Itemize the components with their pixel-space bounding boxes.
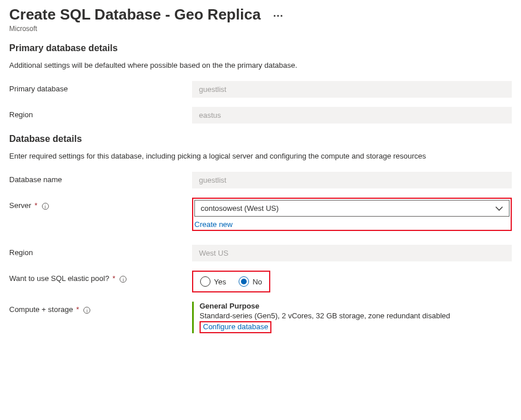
info-icon[interactable]: i (42, 203, 49, 210)
more-actions-button[interactable]: ··· (273, 10, 284, 22)
required-indicator: * (113, 274, 116, 283)
compute-storage-label: Compute + storage * i (9, 302, 192, 314)
database-name-value: guestlist (192, 172, 512, 188)
primary-database-label: Primary database (9, 81, 192, 93)
chevron-down-icon (495, 205, 503, 213)
info-icon[interactable]: i (120, 276, 127, 283)
server-highlight: contosowest (West US) Create new (192, 198, 512, 231)
primary-region-value: eastus (192, 107, 512, 124)
elastic-pool-label: Want to use SQL elastic pool? * i (9, 271, 192, 283)
elastic-yes-radio[interactable]: Yes (200, 276, 226, 287)
server-dropdown[interactable]: contosowest (West US) (194, 200, 509, 217)
required-indicator: * (35, 201, 37, 210)
elastic-no-radio[interactable]: No (239, 276, 262, 287)
required-indicator: * (76, 305, 79, 314)
elastic-no-label: No (252, 278, 262, 286)
page-title: Create SQL Database - Geo Replica (9, 6, 260, 24)
create-new-server-link[interactable]: Create new (194, 220, 232, 229)
compute-detail: Standard-series (Gen5), 2 vCores, 32 GB … (200, 311, 512, 320)
database-name-label: Database name (9, 172, 192, 184)
elastic-highlight: Yes No (192, 271, 270, 292)
section-heading-details: Database details (9, 134, 512, 144)
publisher-label: Microsoft (9, 25, 512, 33)
info-icon[interactable]: i (83, 307, 90, 314)
compute-tier: General Purpose (200, 302, 512, 310)
elastic-yes-label: Yes (214, 278, 226, 286)
primary-region-label: Region (9, 107, 192, 119)
compute-summary: General Purpose Standard-series (Gen5), … (192, 302, 512, 333)
server-dropdown-value: contosowest (West US) (201, 204, 279, 213)
configure-highlight: Configure database (200, 321, 271, 333)
radio-icon-selected (239, 276, 249, 287)
server-label: Server * i (9, 198, 192, 210)
section-desc-primary: Additional settings will be defaulted wh… (9, 60, 512, 71)
replica-region-value: West US (192, 245, 512, 261)
configure-database-link[interactable]: Configure database (203, 322, 268, 331)
primary-database-value: guestlist (192, 81, 512, 98)
section-desc-details: Enter required settings for this databas… (9, 151, 512, 161)
section-heading-primary: Primary database details (9, 43, 512, 53)
radio-icon (200, 276, 210, 287)
replica-region-label: Region (9, 245, 192, 257)
